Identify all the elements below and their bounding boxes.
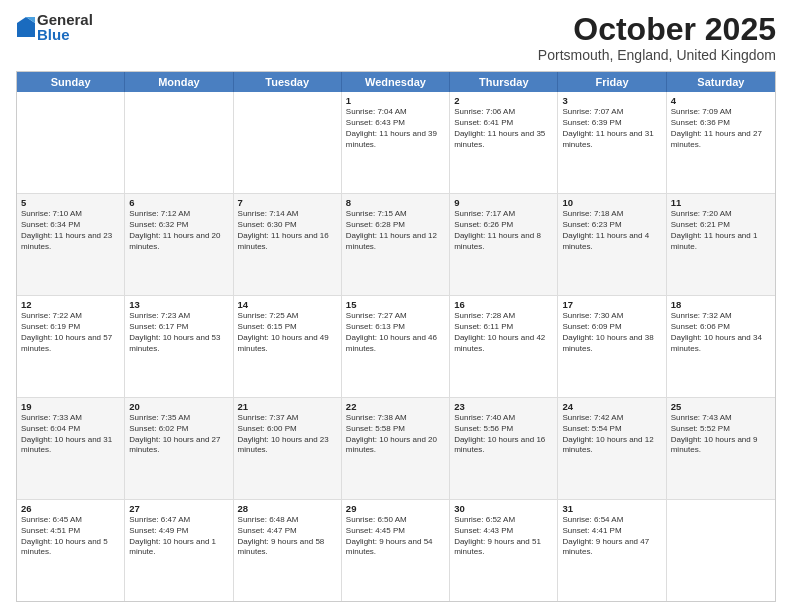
cal-cell-2-4: 8Sunrise: 7:15 AM Sunset: 6:28 PM Daylig… [342,194,450,295]
location: Portsmouth, England, United Kingdom [538,47,776,63]
cell-info: Sunrise: 7:10 AM Sunset: 6:34 PM Dayligh… [21,209,120,252]
day-number: 20 [129,401,228,412]
day-number: 3 [562,95,661,106]
page: General Blue October 2025 Portsmouth, En… [0,0,792,612]
cell-info: Sunrise: 7:12 AM Sunset: 6:32 PM Dayligh… [129,209,228,252]
header-saturday: Saturday [667,72,775,92]
day-number: 16 [454,299,553,310]
day-number: 31 [562,503,661,514]
day-number: 23 [454,401,553,412]
logo-general-text: General [37,12,93,27]
cal-cell-2-1: 5Sunrise: 7:10 AM Sunset: 6:34 PM Daylig… [17,194,125,295]
cal-cell-3-6: 17Sunrise: 7:30 AM Sunset: 6:09 PM Dayli… [558,296,666,397]
day-number: 26 [21,503,120,514]
cell-info: Sunrise: 7:37 AM Sunset: 6:00 PM Dayligh… [238,413,337,456]
day-number: 7 [238,197,337,208]
day-number: 2 [454,95,553,106]
header-wednesday: Wednesday [342,72,450,92]
cell-info: Sunrise: 7:42 AM Sunset: 5:54 PM Dayligh… [562,413,661,456]
header-thursday: Thursday [450,72,558,92]
cal-cell-4-6: 24Sunrise: 7:42 AM Sunset: 5:54 PM Dayli… [558,398,666,499]
cal-cell-5-6: 31Sunrise: 6:54 AM Sunset: 4:41 PM Dayli… [558,500,666,601]
day-number: 19 [21,401,120,412]
day-number: 15 [346,299,445,310]
cal-cell-2-6: 10Sunrise: 7:18 AM Sunset: 6:23 PM Dayli… [558,194,666,295]
cell-info: Sunrise: 6:50 AM Sunset: 4:45 PM Dayligh… [346,515,445,558]
header: General Blue October 2025 Portsmouth, En… [16,12,776,63]
cal-cell-4-1: 19Sunrise: 7:33 AM Sunset: 6:04 PM Dayli… [17,398,125,499]
logo-text: General Blue [37,12,93,42]
cal-cell-3-7: 18Sunrise: 7:32 AM Sunset: 6:06 PM Dayli… [667,296,775,397]
day-number: 17 [562,299,661,310]
cell-info: Sunrise: 7:30 AM Sunset: 6:09 PM Dayligh… [562,311,661,354]
cal-cell-5-4: 29Sunrise: 6:50 AM Sunset: 4:45 PM Dayli… [342,500,450,601]
cell-info: Sunrise: 7:09 AM Sunset: 6:36 PM Dayligh… [671,107,771,150]
day-number: 1 [346,95,445,106]
cell-info: Sunrise: 6:52 AM Sunset: 4:43 PM Dayligh… [454,515,553,558]
day-number: 9 [454,197,553,208]
day-number: 6 [129,197,228,208]
cal-cell-1-2 [125,92,233,193]
cal-cell-5-5: 30Sunrise: 6:52 AM Sunset: 4:43 PM Dayli… [450,500,558,601]
cell-info: Sunrise: 6:47 AM Sunset: 4:49 PM Dayligh… [129,515,228,558]
cell-info: Sunrise: 7:17 AM Sunset: 6:26 PM Dayligh… [454,209,553,252]
cal-cell-4-3: 21Sunrise: 7:37 AM Sunset: 6:00 PM Dayli… [234,398,342,499]
cell-info: Sunrise: 7:33 AM Sunset: 6:04 PM Dayligh… [21,413,120,456]
cal-cell-3-5: 16Sunrise: 7:28 AM Sunset: 6:11 PM Dayli… [450,296,558,397]
cal-cell-3-2: 13Sunrise: 7:23 AM Sunset: 6:17 PM Dayli… [125,296,233,397]
logo-icon [17,17,35,37]
day-number: 25 [671,401,771,412]
calendar-row-4: 19Sunrise: 7:33 AM Sunset: 6:04 PM Dayli… [17,397,775,499]
cal-cell-5-3: 28Sunrise: 6:48 AM Sunset: 4:47 PM Dayli… [234,500,342,601]
header-monday: Monday [125,72,233,92]
calendar-row-3: 12Sunrise: 7:22 AM Sunset: 6:19 PM Dayli… [17,295,775,397]
cal-cell-2-3: 7Sunrise: 7:14 AM Sunset: 6:30 PM Daylig… [234,194,342,295]
cell-info: Sunrise: 7:07 AM Sunset: 6:39 PM Dayligh… [562,107,661,150]
cell-info: Sunrise: 7:38 AM Sunset: 5:58 PM Dayligh… [346,413,445,456]
cal-cell-3-1: 12Sunrise: 7:22 AM Sunset: 6:19 PM Dayli… [17,296,125,397]
logo: General Blue [16,12,93,42]
cal-cell-1-1 [17,92,125,193]
cell-info: Sunrise: 7:20 AM Sunset: 6:21 PM Dayligh… [671,209,771,252]
cal-cell-4-5: 23Sunrise: 7:40 AM Sunset: 5:56 PM Dayli… [450,398,558,499]
cal-cell-2-5: 9Sunrise: 7:17 AM Sunset: 6:26 PM Daylig… [450,194,558,295]
cal-cell-1-3 [234,92,342,193]
header-sunday: Sunday [17,72,125,92]
cal-cell-4-2: 20Sunrise: 7:35 AM Sunset: 6:02 PM Dayli… [125,398,233,499]
cal-cell-3-3: 14Sunrise: 7:25 AM Sunset: 6:15 PM Dayli… [234,296,342,397]
day-number: 24 [562,401,661,412]
cell-info: Sunrise: 7:25 AM Sunset: 6:15 PM Dayligh… [238,311,337,354]
day-number: 28 [238,503,337,514]
day-number: 21 [238,401,337,412]
header-friday: Friday [558,72,666,92]
calendar-row-2: 5Sunrise: 7:10 AM Sunset: 6:34 PM Daylig… [17,193,775,295]
calendar-row-5: 26Sunrise: 6:45 AM Sunset: 4:51 PM Dayli… [17,499,775,601]
cal-cell-1-6: 3Sunrise: 7:07 AM Sunset: 6:39 PM Daylig… [558,92,666,193]
cal-cell-1-4: 1Sunrise: 7:04 AM Sunset: 6:43 PM Daylig… [342,92,450,193]
cell-info: Sunrise: 7:18 AM Sunset: 6:23 PM Dayligh… [562,209,661,252]
day-number: 11 [671,197,771,208]
cell-info: Sunrise: 7:32 AM Sunset: 6:06 PM Dayligh… [671,311,771,354]
cal-cell-1-5: 2Sunrise: 7:06 AM Sunset: 6:41 PM Daylig… [450,92,558,193]
day-number: 13 [129,299,228,310]
cell-info: Sunrise: 6:54 AM Sunset: 4:41 PM Dayligh… [562,515,661,558]
calendar-row-1: 1Sunrise: 7:04 AM Sunset: 6:43 PM Daylig… [17,92,775,193]
cell-info: Sunrise: 6:48 AM Sunset: 4:47 PM Dayligh… [238,515,337,558]
cell-info: Sunrise: 7:22 AM Sunset: 6:19 PM Dayligh… [21,311,120,354]
cell-info: Sunrise: 7:06 AM Sunset: 6:41 PM Dayligh… [454,107,553,150]
cal-cell-5-1: 26Sunrise: 6:45 AM Sunset: 4:51 PM Dayli… [17,500,125,601]
day-number: 12 [21,299,120,310]
cal-cell-5-2: 27Sunrise: 6:47 AM Sunset: 4:49 PM Dayli… [125,500,233,601]
day-number: 8 [346,197,445,208]
cal-cell-2-2: 6Sunrise: 7:12 AM Sunset: 6:32 PM Daylig… [125,194,233,295]
cell-info: Sunrise: 7:14 AM Sunset: 6:30 PM Dayligh… [238,209,337,252]
calendar-header: Sunday Monday Tuesday Wednesday Thursday… [17,72,775,92]
logo-blue-text: Blue [37,27,93,42]
cell-info: Sunrise: 7:23 AM Sunset: 6:17 PM Dayligh… [129,311,228,354]
cell-info: Sunrise: 7:04 AM Sunset: 6:43 PM Dayligh… [346,107,445,150]
cal-cell-2-7: 11Sunrise: 7:20 AM Sunset: 6:21 PM Dayli… [667,194,775,295]
cal-cell-1-7: 4Sunrise: 7:09 AM Sunset: 6:36 PM Daylig… [667,92,775,193]
cal-cell-5-7 [667,500,775,601]
day-number: 18 [671,299,771,310]
calendar-body: 1Sunrise: 7:04 AM Sunset: 6:43 PM Daylig… [17,92,775,601]
